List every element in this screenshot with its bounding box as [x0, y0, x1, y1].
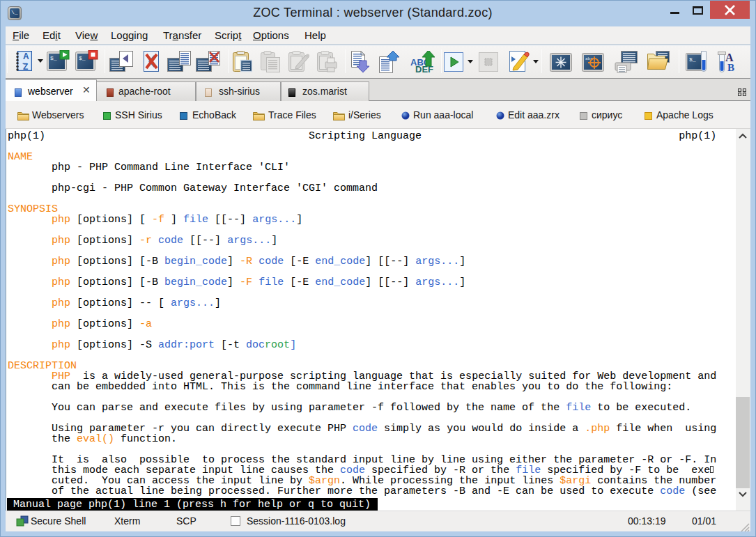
svg-text:Z: Z — [23, 62, 28, 71]
svg-text:$_: $_ — [50, 55, 57, 61]
svg-text:$_: $_ — [79, 55, 86, 61]
svg-text:B: B — [727, 62, 734, 72]
svg-text:$_: $_ — [689, 56, 696, 63]
